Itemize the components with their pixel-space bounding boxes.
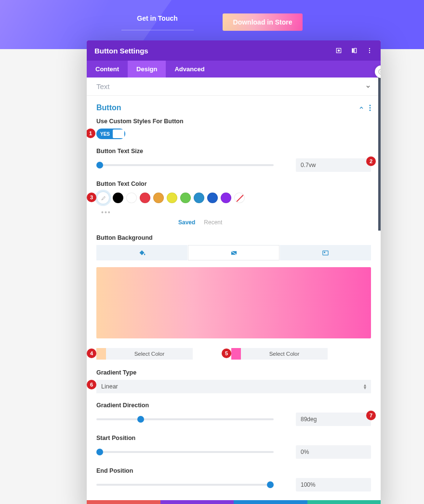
custom-styles-toggle[interactable]: YES [96, 129, 125, 139]
swatch-black[interactable] [113, 193, 123, 203]
image-icon [322, 249, 329, 257]
start-position-label: Start Position [96, 435, 371, 441]
panel-body: Text Button Use Custom Styles For Button… [87, 78, 381, 491]
chevron-up-icon[interactable] [358, 105, 364, 111]
callout-4: 4 [87, 349, 96, 358]
toggle-knob [113, 129, 124, 138]
gradient-direction-label: Gradient Direction [96, 402, 371, 409]
start-position-input[interactable] [296, 445, 371, 459]
hero-download-button[interactable]: Download in Store [223, 13, 303, 31]
section-text-label: Text [96, 82, 110, 90]
end-position-label: End Position [96, 467, 371, 474]
swatch-orange[interactable] [153, 193, 164, 203]
select-arrows-icon: ▴▾ [364, 384, 366, 389]
swatch-yellow[interactable] [167, 193, 177, 203]
svg-point-0 [379, 69, 381, 75]
section-button: Button Use Custom Styles For Button 1 YE… [87, 96, 381, 491]
swatch-white[interactable] [126, 193, 137, 203]
color-tab-recent[interactable]: Recent [204, 219, 222, 226]
modal-footer: ? [87, 500, 381, 504]
columns-icon[interactable] [351, 47, 358, 54]
undo-button[interactable] [160, 500, 234, 504]
paint-bucket-icon [138, 249, 146, 257]
svg-point-2 [338, 50, 340, 52]
use-custom-label: Use Custom Styles For Button [96, 118, 371, 125]
gradient-end-chip[interactable] [231, 348, 241, 360]
gradient-preview [96, 267, 371, 338]
gradient-icon [230, 249, 238, 257]
tab-design[interactable]: Design [128, 61, 166, 78]
callout-3: 3 [87, 193, 96, 202]
expand-icon[interactable] [335, 47, 342, 54]
svg-rect-12 [323, 251, 328, 255]
callout-7: 7 [366, 411, 376, 420]
gradient-start-chip[interactable] [96, 348, 106, 360]
callout-1: 1 [87, 129, 95, 138]
section-button-title: Button [96, 103, 121, 112]
svg-rect-3 [352, 48, 354, 52]
tab-advanced[interactable]: Advanced [166, 61, 213, 78]
modal-header: Button Settings [87, 40, 381, 61]
swatch-teal[interactable] [194, 193, 204, 203]
swatch-red[interactable] [140, 193, 150, 203]
svg-point-6 [369, 50, 370, 51]
color-tab-saved[interactable]: Saved [178, 219, 195, 226]
svg-point-5 [369, 48, 370, 49]
save-button[interactable] [307, 500, 381, 504]
slider-handle[interactable] [137, 416, 144, 423]
callout-5: 5 [222, 349, 231, 358]
section-kebab-icon[interactable] [369, 104, 371, 111]
eyedropper-icon[interactable] [96, 191, 110, 205]
more-dots-icon[interactable]: ••• [101, 208, 371, 216]
swatch-blue[interactable] [207, 193, 218, 203]
bg-tab-image[interactable] [280, 245, 371, 260]
swatch-green[interactable] [180, 193, 191, 203]
gradient-end-select[interactable]: Select Color [241, 348, 328, 360]
gradient-direction-slider[interactable] [96, 418, 274, 420]
tab-content[interactable]: Content [87, 61, 128, 78]
end-position-slider[interactable] [96, 484, 274, 486]
svg-point-10 [370, 110, 371, 111]
swatch-none[interactable] [234, 193, 245, 203]
callout-6: 6 [87, 380, 96, 389]
start-position-slider[interactable] [96, 451, 274, 453]
gradient-type-value: Linear [101, 383, 118, 390]
svg-point-9 [370, 107, 371, 109]
background-label: Button Background [96, 234, 371, 241]
toggle-yes-label: YES [100, 131, 110, 137]
text-color-label: Button Text Color [96, 181, 371, 187]
modal-tabs: Content Design Advanced [87, 61, 381, 78]
bg-tab-gradient[interactable] [188, 245, 280, 260]
slider-handle[interactable] [267, 481, 274, 488]
text-size-label: Button Text Size [96, 148, 371, 155]
redo-button[interactable] [234, 500, 307, 504]
svg-point-13 [324, 252, 325, 253]
cancel-button[interactable] [87, 500, 160, 504]
text-size-slider[interactable] [96, 164, 274, 166]
hero-link-contact[interactable]: Get in Touch [121, 14, 194, 30]
text-size-input[interactable] [296, 158, 371, 172]
bg-tab-color[interactable] [96, 245, 187, 260]
chevron-down-icon [365, 84, 371, 90]
svg-rect-4 [355, 48, 357, 52]
end-position-input[interactable] [296, 478, 371, 491]
slider-handle[interactable] [96, 162, 103, 168]
callout-2: 2 [366, 156, 376, 166]
gradient-type-label: Gradient Type [96, 369, 371, 376]
scrollbar[interactable] [378, 78, 381, 231]
swatch-purple[interactable] [221, 193, 231, 203]
svg-point-7 [369, 52, 370, 53]
settings-modal: Button Settings Content Design Advanced … [87, 40, 381, 504]
modal-title: Button Settings [94, 47, 148, 55]
gradient-type-select[interactable]: Linear ▴▾ [96, 380, 371, 393]
kebab-icon[interactable] [366, 47, 373, 54]
gradient-start-select[interactable]: Select Color [106, 348, 193, 360]
slider-handle[interactable] [96, 449, 103, 455]
svg-point-8 [370, 105, 371, 106]
section-text-collapsed[interactable]: Text [87, 78, 381, 96]
gradient-direction-input[interactable] [296, 413, 371, 426]
